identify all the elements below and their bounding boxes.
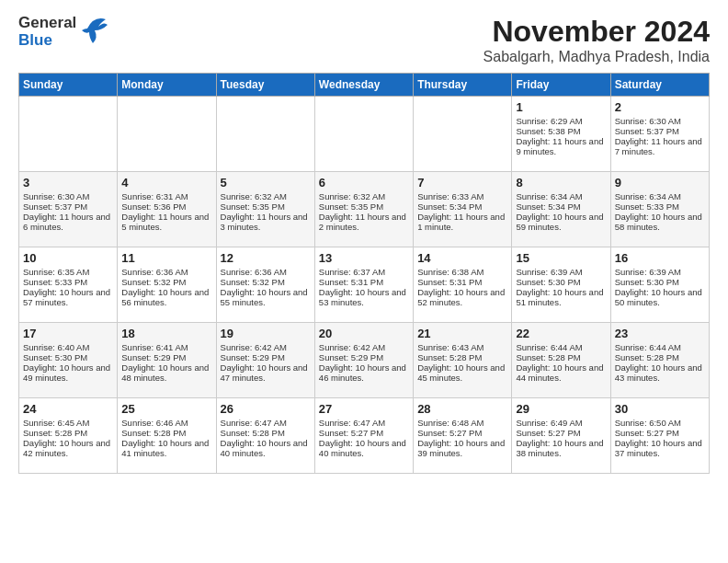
day-info: Daylight: 10 hours and 47 minutes.	[221, 362, 311, 383]
day-info: Daylight: 10 hours and 49 minutes.	[23, 362, 113, 383]
day-info: Daylight: 10 hours and 39 minutes.	[417, 438, 507, 458]
calendar-cell: 18Sunrise: 6:41 AMSunset: 5:29 PMDayligh…	[118, 323, 216, 398]
day-number: 30	[615, 402, 705, 416]
day-info: Daylight: 10 hours and 55 minutes.	[221, 287, 311, 307]
weekday-header-thursday: Thursday	[414, 74, 512, 97]
day-info: Sunset: 5:33 PM	[23, 277, 113, 287]
day-info: Sunset: 5:31 PM	[319, 277, 409, 287]
day-number: 18	[121, 327, 211, 340]
day-number: 9	[615, 176, 705, 190]
day-info: Sunrise: 6:47 AM	[221, 418, 311, 428]
day-number: 3	[23, 176, 113, 190]
day-number: 2	[615, 100, 705, 114]
day-info: Sunrise: 6:49 AM	[516, 418, 606, 428]
day-number: 12	[221, 251, 311, 265]
calendar-cell	[314, 97, 413, 172]
day-info: Sunset: 5:28 PM	[23, 428, 113, 438]
day-info: Daylight: 11 hours and 3 minutes.	[221, 212, 311, 232]
logo-bird-icon	[80, 12, 108, 49]
day-number: 20	[319, 327, 409, 340]
day-info: Daylight: 10 hours and 53 minutes.	[319, 287, 409, 307]
day-info: Sunrise: 6:30 AM	[615, 116, 705, 126]
day-info: Sunset: 5:37 PM	[615, 126, 705, 136]
day-number: 19	[221, 327, 311, 340]
day-info: Sunset: 5:35 PM	[221, 201, 311, 212]
day-info: Sunrise: 6:39 AM	[516, 267, 606, 277]
day-info: Sunrise: 6:36 AM	[121, 267, 211, 277]
day-info: Daylight: 10 hours and 37 minutes.	[615, 438, 705, 458]
day-info: Sunset: 5:38 PM	[516, 126, 606, 136]
calendar-cell: 16Sunrise: 6:39 AMSunset: 5:30 PMDayligh…	[610, 247, 709, 323]
location-title: Sabalgarh, Madhya Pradesh, India	[18, 49, 710, 65]
calendar-cell	[118, 97, 216, 172]
day-number: 24	[23, 402, 113, 416]
day-number: 28	[417, 402, 507, 416]
day-info: Sunset: 5:34 PM	[417, 201, 507, 212]
calendar-cell: 1Sunrise: 6:29 AMSunset: 5:38 PMDaylight…	[512, 97, 610, 172]
calendar-cell: 15Sunrise: 6:39 AMSunset: 5:30 PMDayligh…	[512, 247, 610, 323]
day-info: Daylight: 11 hours and 5 minutes.	[121, 212, 211, 232]
day-info: Daylight: 11 hours and 1 minute.	[417, 212, 507, 232]
day-info: Sunset: 5:33 PM	[615, 201, 705, 212]
day-info: Sunrise: 6:48 AM	[417, 418, 507, 428]
day-info: Daylight: 10 hours and 45 minutes.	[417, 362, 507, 383]
day-info: Sunset: 5:28 PM	[516, 352, 606, 362]
day-info: Sunrise: 6:50 AM	[615, 418, 705, 428]
day-info: Daylight: 10 hours and 52 minutes.	[417, 287, 507, 307]
calendar-cell: 7Sunrise: 6:33 AMSunset: 5:34 PMDaylight…	[414, 172, 512, 247]
logo-general: General	[18, 15, 76, 32]
day-number: 1	[516, 100, 606, 114]
calendar-cell: 3Sunrise: 6:30 AMSunset: 5:37 PMDaylight…	[19, 172, 118, 247]
day-info: Sunset: 5:27 PM	[417, 428, 507, 438]
logo: General Blue	[18, 15, 108, 49]
day-info: Daylight: 10 hours and 40 minutes.	[319, 438, 409, 458]
day-info: Sunset: 5:30 PM	[615, 277, 705, 287]
calendar-cell: 30Sunrise: 6:50 AMSunset: 5:27 PMDayligh…	[610, 398, 709, 474]
day-number: 6	[319, 176, 409, 190]
month-title: November 2024	[18, 15, 710, 49]
day-number: 13	[319, 251, 409, 265]
day-info: Sunrise: 6:38 AM	[417, 267, 507, 277]
day-info: Daylight: 10 hours and 42 minutes.	[23, 438, 113, 458]
calendar-cell: 25Sunrise: 6:46 AMSunset: 5:28 PMDayligh…	[118, 398, 216, 474]
calendar-cell: 26Sunrise: 6:47 AMSunset: 5:28 PMDayligh…	[216, 398, 314, 474]
day-info: Daylight: 10 hours and 59 minutes.	[516, 212, 606, 232]
day-info: Sunrise: 6:42 AM	[319, 342, 409, 352]
day-info: Daylight: 10 hours and 56 minutes.	[121, 287, 211, 307]
day-info: Sunrise: 6:39 AM	[615, 267, 705, 277]
weekday-header-friday: Friday	[512, 74, 610, 97]
day-info: Sunrise: 6:33 AM	[417, 191, 507, 201]
day-info: Sunrise: 6:32 AM	[319, 191, 409, 201]
day-info: Sunset: 5:36 PM	[121, 201, 211, 212]
weekday-header-monday: Monday	[118, 74, 216, 97]
day-info: Sunrise: 6:36 AM	[221, 267, 311, 277]
calendar-table: SundayMondayTuesdayWednesdayThursdayFrid…	[18, 73, 710, 474]
calendar-cell: 19Sunrise: 6:42 AMSunset: 5:29 PMDayligh…	[216, 323, 314, 398]
weekday-header-saturday: Saturday	[610, 74, 709, 97]
calendar-cell: 28Sunrise: 6:48 AMSunset: 5:27 PMDayligh…	[414, 398, 512, 474]
day-info: Daylight: 11 hours and 6 minutes.	[23, 212, 113, 232]
day-number: 25	[121, 402, 211, 416]
calendar-cell: 22Sunrise: 6:44 AMSunset: 5:28 PMDayligh…	[512, 323, 610, 398]
day-info: Sunrise: 6:47 AM	[319, 418, 409, 428]
day-number: 26	[221, 402, 311, 416]
day-info: Daylight: 11 hours and 2 minutes.	[319, 212, 409, 232]
calendar-cell: 17Sunrise: 6:40 AMSunset: 5:30 PMDayligh…	[19, 323, 118, 398]
calendar-cell	[19, 97, 118, 172]
day-info: Sunrise: 6:46 AM	[121, 418, 211, 428]
day-info: Sunset: 5:32 PM	[221, 277, 311, 287]
day-number: 5	[221, 176, 311, 190]
calendar-cell: 23Sunrise: 6:44 AMSunset: 5:28 PMDayligh…	[610, 323, 709, 398]
calendar-cell: 5Sunrise: 6:32 AMSunset: 5:35 PMDaylight…	[216, 172, 314, 247]
day-number: 21	[417, 327, 507, 340]
calendar-cell	[414, 97, 512, 172]
day-info: Sunrise: 6:44 AM	[615, 342, 705, 352]
day-info: Sunrise: 6:30 AM	[23, 191, 113, 201]
calendar-cell: 8Sunrise: 6:34 AMSunset: 5:34 PMDaylight…	[512, 172, 610, 247]
day-info: Sunset: 5:34 PM	[516, 201, 606, 212]
day-number: 4	[121, 176, 211, 190]
day-info: Sunrise: 6:41 AM	[121, 342, 211, 352]
day-info: Daylight: 10 hours and 50 minutes.	[615, 287, 705, 307]
day-info: Sunrise: 6:31 AM	[121, 191, 211, 201]
day-info: Sunset: 5:30 PM	[516, 277, 606, 287]
